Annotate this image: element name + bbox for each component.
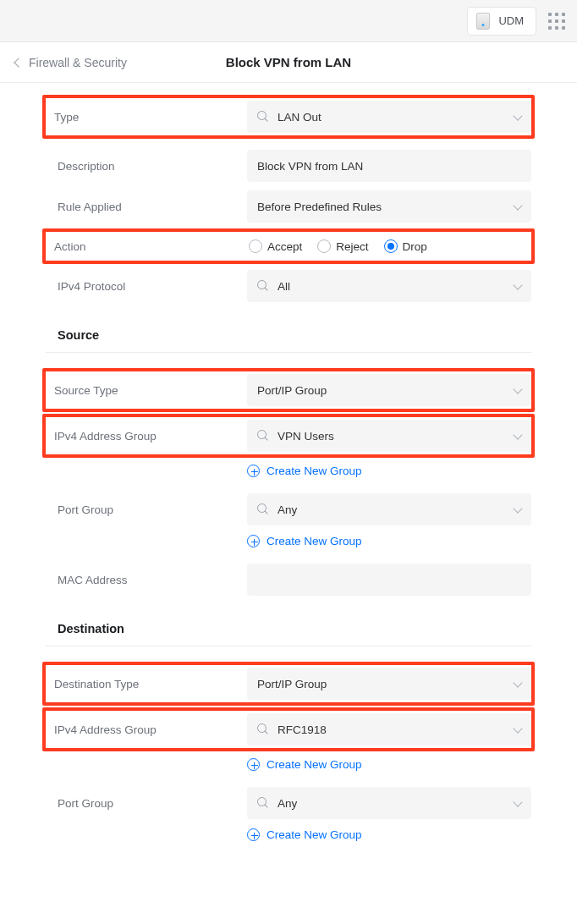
back-button[interactable]: Firewall & Security xyxy=(15,56,127,69)
select-source-ipv4-group[interactable]: VPN Users xyxy=(247,420,531,452)
input-mac-address[interactable] xyxy=(247,564,531,596)
row-mac-address: MAC Address xyxy=(46,559,531,600)
search-icon xyxy=(257,430,269,442)
page-title: Block VPN from LAN xyxy=(226,55,351,69)
link-create-group-source-port[interactable]: Create New Group xyxy=(247,530,531,559)
row-source-ipv4-group: IPv4 Address Group VPN Users xyxy=(42,414,535,458)
radio-accept-label: Accept xyxy=(267,240,302,253)
device-chip[interactable]: UDM xyxy=(467,7,536,36)
label-destination-type: Destination Type xyxy=(46,678,247,690)
select-destination-ipv4-group[interactable]: RFC1918 xyxy=(247,713,531,745)
plus-circle-icon xyxy=(247,828,260,841)
device-label: UDM xyxy=(498,14,524,27)
select-rule-applied-value: Before Predefined Rules xyxy=(257,201,382,213)
link-create-group-label: Create New Group xyxy=(267,465,362,477)
select-destination-type-value: Port/IP Group xyxy=(257,678,327,690)
chevron-down-icon xyxy=(513,430,522,439)
select-source-ipv4-group-value: VPN Users xyxy=(278,430,334,443)
select-type[interactable]: LAN Out xyxy=(247,101,531,133)
select-source-type-value: Port/IP Group xyxy=(257,384,327,397)
select-ipv4-protocol-value: All xyxy=(278,280,290,293)
select-source-port-group[interactable]: Any xyxy=(247,493,531,525)
chevron-down-icon xyxy=(513,503,522,513)
label-type: Type xyxy=(46,111,247,124)
label-rule-applied: Rule Applied xyxy=(46,201,247,213)
label-description: Description xyxy=(46,160,247,173)
link-create-group-dest-ipv4[interactable]: Create New Group xyxy=(247,753,531,783)
search-icon xyxy=(257,723,269,735)
row-source-type: Source Type Port/IP Group xyxy=(42,368,535,412)
apps-grid-icon[interactable] xyxy=(548,13,565,30)
label-source-type: Source Type xyxy=(46,384,247,397)
row-destination-port-group: Port Group Any xyxy=(46,783,531,823)
row-type: Type LAN Out xyxy=(42,95,535,139)
chevron-down-icon xyxy=(513,678,522,687)
label-ipv4-protocol: IPv4 Protocol xyxy=(46,280,247,293)
plus-circle-icon xyxy=(247,535,260,547)
section-heading-destination: Destination xyxy=(46,600,531,646)
chevron-down-icon xyxy=(513,384,522,393)
search-icon xyxy=(257,797,269,809)
row-destination-ipv4-group: IPv4 Address Group RFC1918 xyxy=(42,707,535,751)
label-mac-address: MAC Address xyxy=(46,574,247,586)
section-heading-source: Source xyxy=(46,306,531,353)
search-icon xyxy=(257,503,269,515)
back-label: Firewall & Security xyxy=(29,56,127,69)
radio-drop[interactable]: Drop xyxy=(384,239,427,253)
form-content: Type LAN Out Description Block VPN from … xyxy=(0,83,577,887)
radio-circle-icon xyxy=(384,239,398,253)
link-create-group-dest-port[interactable]: Create New Group xyxy=(247,823,531,853)
input-description-value: Block VPN from LAN xyxy=(257,160,363,173)
link-create-group-label: Create New Group xyxy=(267,535,362,547)
label-action: Action xyxy=(46,240,247,253)
radio-accept[interactable]: Accept xyxy=(249,239,302,253)
chevron-down-icon xyxy=(513,280,522,289)
select-destination-port-group[interactable]: Any xyxy=(247,787,531,819)
select-destination-ipv4-group-value: RFC1918 xyxy=(278,723,327,736)
input-description[interactable]: Block VPN from LAN xyxy=(247,150,531,182)
row-rule-applied: Rule Applied Before Predefined Rules xyxy=(46,186,531,227)
label-destination-ipv4-group: IPv4 Address Group xyxy=(46,723,247,736)
row-destination-type: Destination Type Port/IP Group xyxy=(42,662,535,706)
label-source-port-group: Port Group xyxy=(46,503,247,516)
radio-reject[interactable]: Reject xyxy=(317,239,368,253)
row-action: Action Accept Reject Drop xyxy=(42,228,535,264)
radio-group-action: Accept Reject Drop xyxy=(247,239,531,253)
select-rule-applied[interactable]: Before Predefined Rules xyxy=(247,190,531,223)
chevron-down-icon xyxy=(513,723,522,733)
plus-circle-icon xyxy=(247,758,260,771)
device-icon xyxy=(476,13,490,30)
link-create-group-label: Create New Group xyxy=(267,758,362,771)
chevron-down-icon xyxy=(513,201,522,210)
label-source-ipv4-group: IPv4 Address Group xyxy=(46,430,247,443)
page-header: Firewall & Security Block VPN from LAN xyxy=(0,42,577,83)
select-type-value: LAN Out xyxy=(278,111,321,124)
link-create-group-label: Create New Group xyxy=(267,828,362,841)
row-ipv4-protocol: IPv4 Protocol All xyxy=(46,266,531,306)
radio-circle-icon xyxy=(249,239,262,253)
plus-circle-icon xyxy=(247,465,260,477)
radio-circle-icon xyxy=(317,239,331,253)
label-destination-port-group: Port Group xyxy=(46,797,247,810)
link-create-group-source-ipv4[interactable]: Create New Group xyxy=(247,459,531,489)
search-icon xyxy=(257,111,269,123)
select-source-port-group-value: Any xyxy=(278,503,297,516)
row-description: Description Block VPN from LAN xyxy=(46,146,531,186)
select-source-type[interactable]: Port/IP Group xyxy=(247,374,531,406)
chevron-down-icon xyxy=(513,111,522,120)
select-destination-type[interactable]: Port/IP Group xyxy=(247,668,531,700)
select-destination-port-group-value: Any xyxy=(278,797,297,810)
topbar: UDM xyxy=(0,0,577,42)
search-icon xyxy=(257,280,269,292)
radio-drop-label: Drop xyxy=(403,240,427,253)
chevron-down-icon xyxy=(513,797,522,806)
radio-reject-label: Reject xyxy=(336,240,368,253)
select-ipv4-protocol[interactable]: All xyxy=(247,270,531,302)
chevron-left-icon xyxy=(14,58,23,67)
row-source-port-group: Port Group Any xyxy=(46,489,531,530)
